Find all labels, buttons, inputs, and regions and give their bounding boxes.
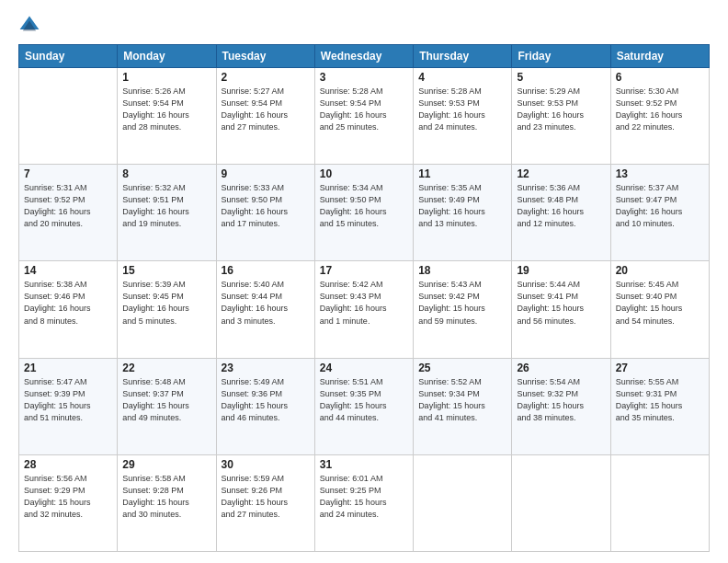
day-number: 8: [122, 167, 210, 180]
cell-content: Sunrise: 5:45 AM Sunset: 9:40 PM Dayligh…: [616, 279, 704, 327]
calendar-cell: 22Sunrise: 5:48 AM Sunset: 9:37 PM Dayli…: [118, 358, 216, 454]
cell-content: Sunrise: 5:47 AM Sunset: 9:39 PM Dayligh…: [24, 376, 112, 424]
day-number: 27: [616, 362, 704, 374]
cell-content: Sunrise: 5:38 AM Sunset: 9:46 PM Dayligh…: [24, 279, 112, 327]
cell-content: Sunrise: 5:29 AM Sunset: 9:53 PM Dayligh…: [517, 86, 605, 133]
cell-content: Sunrise: 5:44 AM Sunset: 9:41 PM Dayligh…: [517, 279, 605, 327]
day-number: 15: [122, 264, 210, 277]
day-number: 25: [418, 362, 506, 374]
day-number: 6: [616, 71, 704, 84]
cell-content: Sunrise: 5:26 AM Sunset: 9:54 PM Dayligh…: [122, 86, 210, 133]
day-number: 24: [320, 362, 408, 374]
day-number: 2: [222, 71, 310, 84]
cell-content: Sunrise: 5:58 AM Sunset: 9:28 PM Dayligh…: [122, 473, 210, 521]
day-number: 3: [320, 71, 408, 84]
day-number: 11: [418, 167, 506, 180]
calendar-week-3: 14Sunrise: 5:38 AM Sunset: 9:46 PM Dayli…: [19, 261, 710, 358]
cell-content: Sunrise: 5:28 AM Sunset: 9:53 PM Dayligh…: [418, 86, 506, 133]
calendar-cell: 23Sunrise: 5:49 AM Sunset: 9:36 PM Dayli…: [216, 358, 314, 454]
calendar-cell: 9Sunrise: 5:33 AM Sunset: 9:50 PM Daylig…: [216, 165, 314, 261]
calendar-cell: 29Sunrise: 5:58 AM Sunset: 9:28 PM Dayli…: [118, 454, 216, 551]
calendar-week-2: 7Sunrise: 5:31 AM Sunset: 9:52 PM Daylig…: [19, 165, 710, 261]
logo: [18, 15, 44, 37]
calendar-cell: 1Sunrise: 5:26 AM Sunset: 9:54 PM Daylig…: [118, 68, 216, 165]
calendar-cell: 20Sunrise: 5:45 AM Sunset: 9:40 PM Dayli…: [610, 261, 709, 358]
calendar-cell: 30Sunrise: 5:59 AM Sunset: 9:26 PM Dayli…: [216, 454, 314, 551]
cell-content: Sunrise: 5:54 AM Sunset: 9:32 PM Dayligh…: [517, 376, 605, 424]
cell-content: Sunrise: 5:43 AM Sunset: 9:42 PM Dayligh…: [418, 279, 506, 327]
calendar-cell: 7Sunrise: 5:31 AM Sunset: 9:52 PM Daylig…: [19, 165, 118, 261]
calendar-cell: [19, 68, 118, 165]
day-number: 10: [320, 167, 408, 180]
calendar-cell: 16Sunrise: 5:40 AM Sunset: 9:44 PM Dayli…: [216, 261, 314, 358]
calendar-cell: 8Sunrise: 5:32 AM Sunset: 9:51 PM Daylig…: [118, 165, 216, 261]
calendar-cell: 4Sunrise: 5:28 AM Sunset: 9:53 PM Daylig…: [414, 68, 512, 165]
calendar-header-row: Sunday Monday Tuesday Wednesday Thursday…: [19, 45, 710, 68]
day-number: 5: [517, 71, 605, 84]
calendar-cell: 31Sunrise: 6:01 AM Sunset: 9:25 PM Dayli…: [314, 454, 413, 551]
day-number: 19: [517, 264, 605, 277]
cell-content: Sunrise: 5:35 AM Sunset: 9:49 PM Dayligh…: [418, 182, 506, 230]
calendar-cell: 26Sunrise: 5:54 AM Sunset: 9:32 PM Dayli…: [512, 358, 610, 454]
calendar-week-1: 1Sunrise: 5:26 AM Sunset: 9:54 PM Daylig…: [19, 68, 710, 165]
day-number: 30: [222, 458, 310, 471]
cell-content: Sunrise: 5:49 AM Sunset: 9:36 PM Dayligh…: [222, 376, 310, 424]
day-number: 26: [517, 362, 605, 374]
calendar-cell: 17Sunrise: 5:42 AM Sunset: 9:43 PM Dayli…: [314, 261, 413, 358]
day-number: 17: [320, 264, 408, 277]
day-number: 9: [222, 167, 310, 180]
calendar-cell: 18Sunrise: 5:43 AM Sunset: 9:42 PM Dayli…: [414, 261, 512, 358]
day-number: 22: [122, 362, 210, 374]
col-monday: Monday: [118, 45, 216, 68]
day-number: 29: [122, 458, 210, 471]
page: Sunday Monday Tuesday Wednesday Thursday…: [0, 0, 728, 563]
col-friday: Friday: [512, 45, 610, 68]
calendar-cell: 15Sunrise: 5:39 AM Sunset: 9:45 PM Dayli…: [118, 261, 216, 358]
calendar-cell: 21Sunrise: 5:47 AM Sunset: 9:39 PM Dayli…: [19, 358, 118, 454]
calendar-cell: 2Sunrise: 5:27 AM Sunset: 9:54 PM Daylig…: [216, 68, 314, 165]
day-number: 7: [24, 167, 112, 180]
day-number: 21: [24, 362, 112, 374]
calendar-cell: 19Sunrise: 5:44 AM Sunset: 9:41 PM Dayli…: [512, 261, 610, 358]
cell-content: Sunrise: 5:48 AM Sunset: 9:37 PM Dayligh…: [122, 376, 210, 424]
day-number: 31: [320, 458, 408, 471]
calendar-cell: 28Sunrise: 5:56 AM Sunset: 9:29 PM Dayli…: [19, 454, 118, 551]
cell-content: Sunrise: 5:31 AM Sunset: 9:52 PM Dayligh…: [24, 182, 112, 230]
day-number: 18: [418, 264, 506, 277]
cell-content: Sunrise: 5:59 AM Sunset: 9:26 PM Dayligh…: [222, 473, 310, 521]
cell-content: Sunrise: 5:37 AM Sunset: 9:47 PM Dayligh…: [616, 182, 704, 230]
day-number: 16: [222, 264, 310, 277]
cell-content: Sunrise: 5:39 AM Sunset: 9:45 PM Dayligh…: [122, 279, 210, 327]
calendar-cell: [512, 454, 610, 551]
calendar-cell: 27Sunrise: 5:55 AM Sunset: 9:31 PM Dayli…: [610, 358, 709, 454]
calendar-cell: 25Sunrise: 5:52 AM Sunset: 9:34 PM Dayli…: [414, 358, 512, 454]
calendar-cell: [414, 454, 512, 551]
cell-content: Sunrise: 5:55 AM Sunset: 9:31 PM Dayligh…: [616, 376, 704, 424]
cell-content: Sunrise: 5:56 AM Sunset: 9:29 PM Dayligh…: [24, 473, 112, 521]
cell-content: Sunrise: 6:01 AM Sunset: 9:25 PM Dayligh…: [320, 473, 408, 521]
cell-content: Sunrise: 5:33 AM Sunset: 9:50 PM Dayligh…: [222, 182, 310, 230]
cell-content: Sunrise: 5:27 AM Sunset: 9:54 PM Dayligh…: [222, 86, 310, 133]
col-sunday: Sunday: [19, 45, 118, 68]
calendar-week-5: 28Sunrise: 5:56 AM Sunset: 9:29 PM Dayli…: [19, 454, 710, 551]
day-number: 14: [24, 264, 112, 277]
col-tuesday: Tuesday: [216, 45, 314, 68]
calendar-week-4: 21Sunrise: 5:47 AM Sunset: 9:39 PM Dayli…: [19, 358, 710, 454]
calendar-cell: 12Sunrise: 5:36 AM Sunset: 9:48 PM Dayli…: [512, 165, 610, 261]
day-number: 13: [616, 167, 704, 180]
cell-content: Sunrise: 5:42 AM Sunset: 9:43 PM Dayligh…: [320, 279, 408, 327]
calendar-cell: 3Sunrise: 5:28 AM Sunset: 9:54 PM Daylig…: [314, 68, 413, 165]
cell-content: Sunrise: 5:30 AM Sunset: 9:52 PM Dayligh…: [616, 86, 704, 133]
calendar-cell: 14Sunrise: 5:38 AM Sunset: 9:46 PM Dayli…: [19, 261, 118, 358]
day-number: 4: [418, 71, 506, 84]
col-saturday: Saturday: [610, 45, 709, 68]
cell-content: Sunrise: 5:34 AM Sunset: 9:50 PM Dayligh…: [320, 182, 408, 230]
col-thursday: Thursday: [414, 45, 512, 68]
cell-content: Sunrise: 5:32 AM Sunset: 9:51 PM Dayligh…: [122, 182, 210, 230]
day-number: 23: [222, 362, 310, 374]
cell-content: Sunrise: 5:40 AM Sunset: 9:44 PM Dayligh…: [222, 279, 310, 327]
calendar-cell: 6Sunrise: 5:30 AM Sunset: 9:52 PM Daylig…: [610, 68, 709, 165]
header: [18, 15, 710, 37]
cell-content: Sunrise: 5:36 AM Sunset: 9:48 PM Dayligh…: [517, 182, 605, 230]
cell-content: Sunrise: 5:51 AM Sunset: 9:35 PM Dayligh…: [320, 376, 408, 424]
